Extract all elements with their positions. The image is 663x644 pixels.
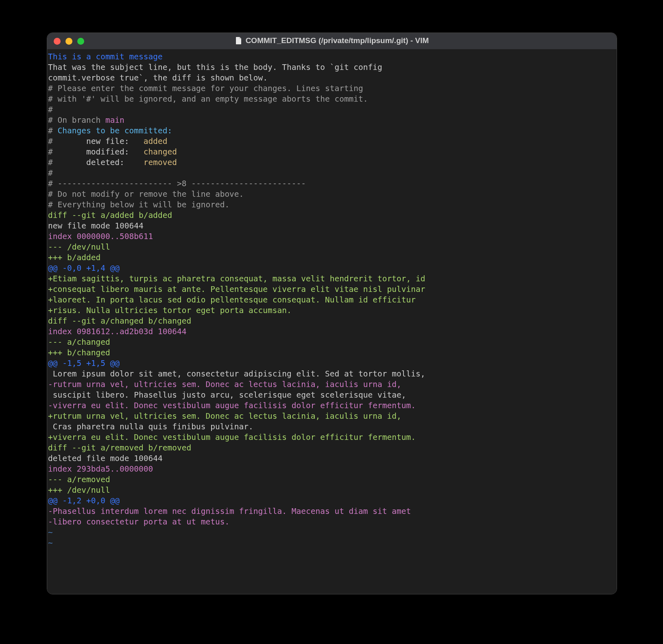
editor-line[interactable]: +consequat libero mauris at ante. Pellen… (47, 284, 617, 295)
editor-line[interactable]: # modified: changed (47, 147, 617, 157)
editor-line[interactable]: # Please enter the commit message for yo… (47, 83, 617, 94)
editor-line[interactable]: +++ /dev/null (47, 485, 617, 496)
minimize-icon[interactable] (65, 38, 72, 45)
editor-line[interactable]: diff --git a/removed b/removed (47, 443, 617, 453)
terminal-window: COMMIT_EDITMSG (/private/tmp/lipsum/.git… (47, 33, 617, 594)
editor-line[interactable]: # deleted: removed (47, 157, 617, 168)
editor-line[interactable]: index 293bda5..0000000 (47, 464, 617, 474)
editor-line[interactable]: # (47, 104, 617, 115)
editor-line[interactable]: new file mode 100644 (47, 221, 617, 231)
document-icon (235, 37, 242, 45)
editor-line[interactable]: commit.verbose true`, the diff is shown … (47, 73, 617, 83)
titlebar: COMMIT_EDITMSG (/private/tmp/lipsum/.git… (47, 33, 617, 49)
editor-line[interactable]: -Phasellus interdum lorem nec dignissim … (47, 506, 617, 517)
editor-line[interactable]: @@ -0,0 +1,4 @@ (47, 263, 617, 274)
editor-line[interactable]: ~ (47, 527, 617, 538)
editor-line[interactable]: # with '#' will be ignored, and an empty… (47, 94, 617, 104)
editor-line[interactable]: +++ b/changed (47, 348, 617, 358)
editor-line[interactable]: deleted file mode 100644 (47, 453, 617, 464)
editor-line[interactable]: This is a commit message (47, 52, 617, 62)
editor-line[interactable]: # new file: added (47, 136, 617, 147)
editor-line[interactable]: # Everything below it will be ignored. (47, 200, 617, 210)
maximize-icon[interactable] (77, 38, 84, 45)
editor-line[interactable]: @@ -1,2 +0,0 @@ (47, 496, 617, 506)
editor-line[interactable]: index 0000000..508b611 (47, 231, 617, 242)
editor-line[interactable]: -rutrum urna vel, ultricies sem. Donec a… (47, 379, 617, 390)
editor-line[interactable]: +risus. Nulla ultricies tortor eget port… (47, 305, 617, 316)
editor-line[interactable]: -libero consectetur porta at ut metus. (47, 517, 617, 527)
editor-line[interactable]: index 0981612..ad2b03d 100644 (47, 326, 617, 337)
editor-line[interactable]: +viverra eu elit. Donec vestibulum augue… (47, 432, 617, 443)
editor-line[interactable]: That was the subject line, but this is t… (47, 62, 617, 73)
traffic-lights (54, 38, 84, 45)
editor-line[interactable]: # Do not modify or remove the line above… (47, 189, 617, 200)
editor-line[interactable]: +++ b/added (47, 252, 617, 263)
editor-line[interactable]: # ------------------------ >8 ----------… (47, 178, 617, 189)
editor-line[interactable]: # On branch main (47, 115, 617, 126)
editor-line[interactable]: Cras pharetra nulla quis finibus pulvina… (47, 422, 617, 432)
editor-line[interactable]: Lorem ipsum dolor sit amet, consectetur … (47, 369, 617, 379)
editor-line[interactable]: +laoreet. In porta lacus sed odio pellen… (47, 295, 617, 305)
editor-line[interactable]: -viverra eu elit. Donec vestibulum augue… (47, 400, 617, 411)
editor-line[interactable]: --- /dev/null (47, 242, 617, 252)
editor-line[interactable]: suscipit libero. Phasellus justo arcu, s… (47, 390, 617, 400)
editor-line[interactable]: @@ -1,5 +1,5 @@ (47, 358, 617, 369)
editor-line[interactable]: # (47, 168, 617, 178)
editor-line[interactable]: --- a/changed (47, 337, 617, 348)
editor-line[interactable]: # Changes to be committed: (47, 126, 617, 136)
editor-viewport[interactable]: This is a commit messageThat was the sub… (47, 49, 617, 594)
editor-line[interactable]: +rutrum urna vel, ultricies sem. Donec a… (47, 411, 617, 422)
window-title: COMMIT_EDITMSG (/private/tmp/lipsum/.git… (246, 36, 429, 45)
close-icon[interactable] (54, 38, 61, 45)
editor-line[interactable]: --- a/removed (47, 474, 617, 485)
editor-line[interactable]: diff --git a/added b/added (47, 210, 617, 221)
editor-line[interactable]: diff --git a/changed b/changed (47, 316, 617, 326)
editor-line[interactable]: ~ (47, 538, 617, 548)
editor-line[interactable]: +Etiam sagittis, turpis ac pharetra cons… (47, 274, 617, 284)
